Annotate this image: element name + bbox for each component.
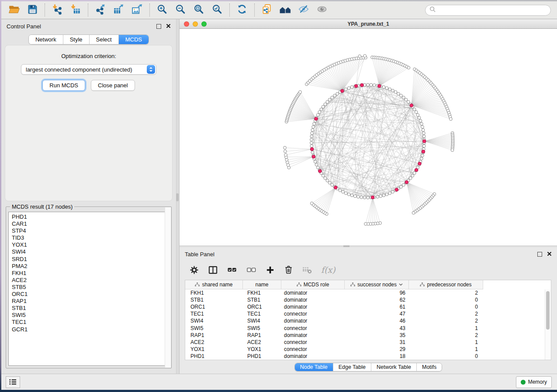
horizontal-splitter[interactable]: [180, 245, 557, 247]
tab-network-table[interactable]: Network Table: [371, 363, 417, 371]
toolbar-separator: [88, 3, 88, 17]
delete-column-button[interactable]: [284, 265, 293, 275]
table-row[interactable]: ORC1ORC1dominator610: [185, 303, 551, 310]
memory-button[interactable]: Memory: [516, 376, 552, 388]
tab-motifs[interactable]: Motifs: [417, 363, 442, 371]
table-scrollbar[interactable]: [545, 289, 551, 360]
tab-mcds[interactable]: MCDS: [119, 35, 149, 44]
mcds-result-item[interactable]: TEC1: [12, 319, 169, 326]
mcds-result-item[interactable]: ORC1: [12, 291, 169, 298]
mcds-result-list: PHD1CAR1STP4TID3YOX1SWI4SRD1PMA2FKH1ACE2…: [8, 212, 169, 366]
table-row[interactable]: RAP1RAP1dominator352: [185, 332, 551, 339]
first-neighbors-icon: [279, 3, 291, 17]
mcds-result-item[interactable]: ACE2: [12, 277, 169, 284]
table-row[interactable]: STB1STB1dominator620: [185, 296, 551, 303]
table-row[interactable]: SWI4SWI4dominator462: [185, 317, 551, 324]
table-row[interactable]: FKH1FKH1dominator962: [185, 289, 551, 296]
mcds-result-item[interactable]: GCR1: [12, 326, 169, 333]
mcds-result-item[interactable]: FKH1: [12, 270, 169, 277]
deselect-all-button[interactable]: [246, 265, 256, 275]
fit-content-button[interactable]: [190, 3, 208, 17]
cell-successor_nodes: 31: [345, 339, 409, 345]
network-titlebar[interactable]: YPA_prune.txt_1: [180, 19, 557, 29]
show-all-button[interactable]: [313, 3, 331, 17]
mcds-result-item[interactable]: STB5: [12, 284, 169, 291]
minimize-window-icon[interactable]: [193, 21, 198, 27]
mcds-result-item[interactable]: YOX1: [12, 241, 169, 248]
mcds-result-item[interactable]: SWI4: [12, 248, 169, 255]
clone-network-button[interactable]: [258, 3, 276, 17]
cell-predecessor_nodes: 2: [409, 318, 483, 324]
mcds-result-item[interactable]: SRD1: [12, 256, 169, 263]
hide-selected-button[interactable]: [294, 3, 313, 17]
cell-name: FKH1: [243, 290, 281, 296]
select-all-button[interactable]: [227, 265, 237, 275]
mcds-list-scrollbar[interactable]: [165, 207, 171, 368]
tab-edge-table[interactable]: Edge Table: [333, 363, 371, 371]
mcds-result-item[interactable]: STP4: [12, 227, 169, 234]
import-network-button[interactable]: [48, 3, 66, 17]
close-window-icon[interactable]: [184, 21, 189, 27]
float-panel-icon[interactable]: [156, 24, 161, 29]
open-session-button[interactable]: [5, 3, 23, 17]
mcds-result-item[interactable]: STB1: [12, 305, 169, 312]
mcds-result-item[interactable]: PHD1: [12, 213, 169, 220]
table-scrollbar-thumb[interactable]: [546, 291, 550, 330]
save-session-button[interactable]: [23, 3, 42, 17]
cell-shared_name: SWI4: [185, 318, 243, 324]
mcds-result-item[interactable]: SWI5: [12, 312, 169, 319]
export-network-button[interactable]: [91, 3, 110, 17]
table-row[interactable]: ACE2ACE2connector311: [185, 339, 551, 346]
mcds-result-item[interactable]: PMA2: [12, 263, 169, 270]
mcds-result-item[interactable]: CAR1: [12, 220, 169, 227]
column-header-shared-name[interactable]: shared name: [185, 280, 243, 289]
column-header-successor-nodes[interactable]: successor nodes: [345, 280, 409, 289]
criterion-dropdown[interactable]: largest connected component (undirected): [21, 64, 156, 75]
splitter-handle[interactable]: [343, 245, 349, 247]
tab-network[interactable]: Network: [29, 35, 63, 44]
vertical-splitter[interactable]: [176, 19, 180, 374]
table-options-button[interactable]: [190, 265, 199, 275]
zoom-selected-button[interactable]: [208, 3, 226, 17]
float-panel-icon[interactable]: [537, 252, 542, 257]
cell-name: PHD1: [243, 353, 281, 359]
hide-selected-eye-icon: [298, 3, 309, 17]
export-image-button[interactable]: [128, 3, 146, 17]
close-panel-icon[interactable]: [166, 23, 171, 30]
search-input[interactable]: [439, 7, 547, 14]
table-row[interactable]: SWI5SWI5connector431: [185, 324, 551, 331]
close-panel-button[interactable]: Close panel: [91, 80, 135, 91]
column-header-MCDS-role[interactable]: MCDS role: [281, 280, 345, 289]
splitter-handle[interactable]: [176, 193, 179, 201]
task-history-button[interactable]: [6, 376, 20, 388]
table-panel: Table Panel f(x) sh: [180, 247, 557, 374]
run-mcds-button[interactable]: Run MCDS: [42, 80, 85, 91]
column-header-predecessor-nodes[interactable]: predecessor nodes: [409, 280, 483, 289]
tab-select[interactable]: Select: [90, 35, 119, 44]
mcds-result-item[interactable]: RAP1: [12, 298, 169, 305]
maximize-window-icon[interactable]: [201, 21, 207, 27]
column-header-name[interactable]: name: [243, 280, 281, 289]
show-columns-button[interactable]: [208, 265, 218, 275]
close-panel-icon[interactable]: [547, 251, 552, 258]
import-table-button[interactable]: [66, 3, 85, 17]
add-column-button[interactable]: [266, 265, 275, 275]
first-neighbors-button[interactable]: [276, 3, 294, 17]
clone-network-icon: [261, 3, 273, 17]
network-canvas[interactable]: [180, 29, 557, 245]
tab-node-table[interactable]: Node Table: [295, 363, 333, 371]
tab-style[interactable]: Style: [63, 35, 90, 44]
attribute-type-icon: [420, 282, 425, 287]
network-svg[interactable]: [180, 29, 557, 245]
zoom-out-button[interactable]: [171, 3, 190, 17]
table-row[interactable]: YOX1YOX1connector291: [185, 346, 551, 353]
table-row[interactable]: TEC1TEC1connector472: [185, 310, 551, 317]
table-row[interactable]: PHD1PHD1dominator180: [185, 353, 551, 360]
zoom-in-button[interactable]: [153, 3, 171, 17]
export-table-button[interactable]: [110, 3, 128, 17]
refresh-view-button[interactable]: [233, 3, 251, 17]
mcds-result-item[interactable]: TID3: [12, 234, 169, 241]
cell-successor_nodes: 96: [345, 290, 409, 296]
cell-shared_name: TEC1: [185, 311, 243, 317]
cell-mcds_role: dominator: [281, 332, 345, 338]
